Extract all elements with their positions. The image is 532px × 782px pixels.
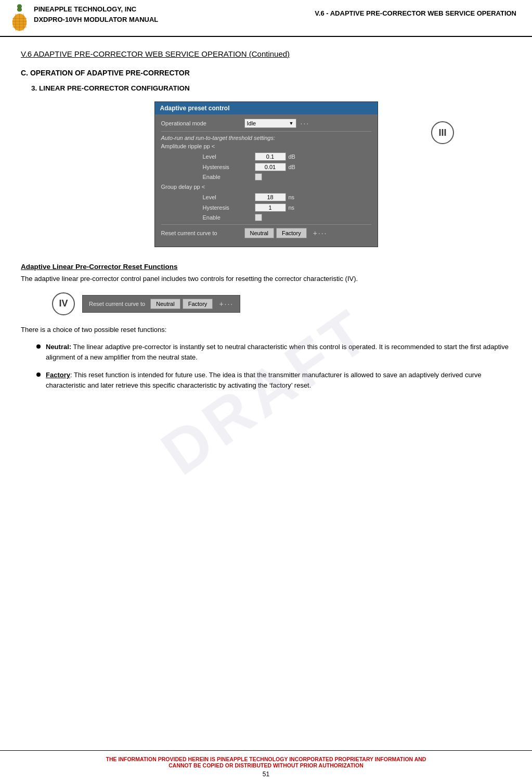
page-title-main: V.6 ADAPTIVE PRE-CORRECTOR WEB SERVICE O… [21, 49, 247, 58]
header-chapter: V.6 - ADAPTIVE PRE-CORRECTOR WEB SERVICE… [315, 9, 516, 17]
factory-bold: Factory [46, 371, 70, 379]
iv-row: IV Reset current curve to Neutral Factor… [52, 292, 511, 315]
dropdown-arrow-icon: ▼ [289, 121, 294, 126]
amplitude-level-label: Level [203, 153, 255, 160]
op-mode-label: Operational mode [161, 120, 244, 126]
header-company-block: PINEAPPLE TECHNOLOGY, INC DXDPRO-10VH MO… [34, 4, 158, 24]
footer-line1: THE INFORMATION PROVIDED HEREIN IS PINEA… [16, 756, 516, 762]
iv-dots: +··· [219, 300, 233, 308]
iv-neutral-button[interactable]: Neutral [150, 299, 180, 309]
factory-text: : This reset function is intended for fu… [46, 371, 482, 389]
group-enable-row: Enable [161, 214, 371, 221]
apc-panel: Adaptive preset control Operational mode… [154, 101, 378, 247]
op-mode-row: Operational mode Idle ▼ ··· [161, 119, 371, 128]
bullet-neutral-text: Neutral: The linear adaptive pre-correct… [46, 342, 511, 363]
reset-functions-section: Adaptive Linear Pre-Corrector Reset Func… [21, 263, 511, 284]
group-hysteresis-input[interactable]: 1 [255, 203, 286, 212]
separator-1 [161, 131, 371, 132]
footer-page-number: 51 [16, 771, 516, 778]
page-title-continued: (Continued) [249, 49, 290, 58]
group-level-label: Level [203, 194, 255, 200]
subsection-3-label: 3. LINEAR PRE-CORRECTOR CONFIGURATION [31, 84, 511, 92]
neutral-button[interactable]: Neutral [244, 228, 274, 238]
group-enable-label: Enable [203, 214, 255, 221]
factory-bold-underline: Factory [46, 371, 70, 379]
bullet-dot-1 [36, 344, 41, 349]
bullet-list: Neutral: The linear adaptive pre-correct… [36, 342, 511, 391]
header-text: PINEAPPLE TECHNOLOGY, INC DXDPRO-10VH MO… [34, 4, 522, 24]
iv-mini-panel: Reset current curve to Neutral Factory +… [82, 295, 240, 313]
group-level-input[interactable]: 18 [255, 193, 286, 201]
group-delay-label: Group delay pp < [161, 184, 244, 190]
reset-functions-heading: Adaptive Linear Pre-Corrector Reset Func… [21, 263, 511, 271]
op-mode-value: Idle [247, 120, 256, 126]
group-hysteresis-unit: ns [289, 204, 295, 211]
page-footer: THE INFORMATION PROVIDED HEREIN IS PINEA… [0, 750, 532, 782]
pineapple-logo-icon [5, 4, 34, 33]
iv-reset-label: Reset current curve to [89, 301, 145, 307]
group-hysteresis-row: Hysteresis 1 ns [161, 203, 371, 212]
neutral-bold: Neutral: [46, 343, 71, 351]
page-header: PINEAPPLE TECHNOLOGY, INC DXDPRO-10VH MO… [0, 0, 532, 37]
roman-numeral-III: III [431, 121, 454, 144]
bullet-dot-2 [36, 373, 41, 377]
amplitude-level-row: Level 0.1 dB [161, 152, 371, 161]
iv-factory-button[interactable]: Factory [183, 299, 213, 309]
manual-name: DXDPRO-10VH MODULATOR MANUAL [34, 15, 158, 25]
company-name: PINEAPPLE TECHNOLOGY, INC [34, 4, 158, 15]
amplitude-hysteresis-row: Hysteresis 0.01 dB [161, 163, 371, 171]
group-hysteresis-label: Hysteresis [203, 204, 255, 211]
threshold-title: Auto-run and run-to-target threshold set… [161, 135, 371, 141]
roman-numeral-IV: IV [52, 292, 75, 315]
amplitude-hysteresis-input[interactable]: 0.01 [255, 163, 286, 171]
panel-area: Adaptive preset control Operational mode… [21, 101, 511, 247]
apc-title: Adaptive preset control [155, 102, 378, 114]
paragraph-1: The adaptive linear pre-corrector contro… [21, 274, 511, 284]
amplitude-enable-label: Enable [203, 174, 255, 180]
factory-button[interactable]: Factory [276, 228, 307, 238]
amplitude-level-input[interactable]: 0.1 [255, 152, 286, 161]
bullet-neutral: Neutral: The linear adaptive pre-correct… [36, 342, 511, 363]
amplitude-level-unit: dB [289, 153, 295, 160]
group-level-row: Level 18 ns [161, 193, 371, 201]
reset-label: Reset current curve to [161, 230, 244, 236]
bullet-factory: Factory: This reset function is intended… [36, 370, 511, 391]
reset-dots: +··· [313, 229, 328, 237]
separator-2 [161, 224, 371, 225]
section-title: V.6 ADAPTIVE PRE-CORRECTOR WEB SERVICE O… [21, 49, 511, 58]
group-enable-checkbox[interactable] [255, 214, 262, 221]
amplitude-row: Amplitude ripple pp < [161, 143, 371, 149]
apc-body: Operational mode Idle ▼ ··· Auto-run and… [155, 114, 378, 247]
bullet-factory-text: Factory: This reset function is intended… [46, 370, 511, 391]
subsection-c-label: C. OPERATION OF ADAPTIVE PRE-CORRECTOR [21, 69, 511, 77]
group-level-unit: ns [289, 194, 295, 200]
neutral-text: The linear adaptive pre-corrector is ins… [46, 343, 509, 361]
amplitude-hysteresis-label: Hysteresis [203, 164, 255, 170]
paragraph-2: There is a choice of two possible reset … [21, 325, 511, 335]
amplitude-enable-row: Enable [161, 173, 371, 181]
op-mode-dots: ··· [301, 119, 310, 127]
amplitude-hysteresis-unit: dB [289, 164, 295, 170]
main-content: V.6 ADAPTIVE PRE-CORRECTOR WEB SERVICE O… [0, 37, 532, 409]
group-delay-row: Group delay pp < [161, 184, 371, 190]
reset-row: Reset current curve to Neutral Factory +… [161, 228, 371, 238]
footer-line2: CANNOT BE COPIED OR DISTRIBUTED WITHOUT … [16, 762, 516, 768]
amplitude-label: Amplitude ripple pp < [161, 143, 244, 149]
amplitude-enable-checkbox[interactable] [255, 173, 262, 181]
op-mode-select[interactable]: Idle ▼ [244, 119, 296, 128]
